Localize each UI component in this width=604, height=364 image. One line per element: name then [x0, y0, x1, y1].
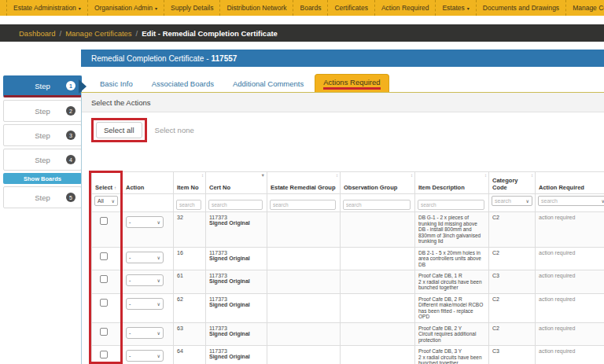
menu-label: Documents and Drawings [483, 4, 559, 12]
breadcrumb-link-manage-certificates[interactable]: Manage Certificates [65, 29, 131, 38]
column-header-item-description[interactable]: Item Description↕ [415, 172, 489, 194]
tab-actions-required[interactable]: Actions Required [315, 74, 389, 92]
cert-no-cell: 117373Signed Original [206, 322, 267, 346]
menu-item-supply-details[interactable]: Supply Details [164, 0, 220, 16]
item-no-search-input[interactable] [176, 200, 201, 210]
menu-label: Action Required [381, 4, 429, 12]
menu-label: Estates [442, 4, 464, 12]
column-header-action-required[interactable]: Action Required↕ [536, 172, 604, 194]
menu-item-action-required[interactable]: Action Required [375, 0, 436, 16]
menu-item-estates[interactable]: Estates▾ [436, 0, 476, 16]
category-code-filter-dropdown[interactable]: search∨ [492, 196, 532, 206]
item-no-cell: 32 [174, 212, 206, 248]
estate-remedial-group-search-input[interactable] [270, 200, 336, 210]
action-dropdown[interactable]: -∨ [126, 350, 164, 362]
table-row: -∨ 63 117373Signed Original Proof Cafe D… [92, 322, 604, 346]
panel-body: Select all Select none Select↑ Action It… [82, 112, 604, 364]
menu-item-manage-compliance[interactable]: Manage Compliance▾ [566, 0, 604, 16]
tab-additional-comments[interactable]: Additional Comments [225, 75, 311, 92]
row-select-checkbox[interactable] [100, 217, 108, 225]
estate-remedial-group-cell [267, 270, 341, 294]
sidebar-step-5[interactable]: Step 5 [3, 186, 82, 208]
certificate-title-bar: Remedial Completion Certificate -117557 [81, 50, 604, 67]
column-header-estate-remedial-group[interactable]: Estate Remedial Group↕ [267, 172, 341, 194]
breadcrumb-separator: / [136, 29, 138, 38]
menu-label: Certificates [334, 4, 368, 12]
item-description-search-input[interactable] [418, 200, 484, 210]
tab-basic-info[interactable]: Basic Info [92, 75, 141, 92]
sort-up-icon: ↑ [114, 186, 116, 190]
cert-no-cell: 117373Signed Original [206, 212, 267, 248]
action-dropdown[interactable]: -∨ [126, 252, 164, 263]
observation-group-cell [341, 270, 415, 294]
category-code-cell: C2 [489, 322, 536, 346]
breadcrumb-separator: / [59, 29, 61, 38]
tab-bar: Basic Info Associated Boards Additional … [81, 75, 604, 93]
menu-item-organisation-admin[interactable]: Organisation Admin▾ [88, 0, 164, 16]
breadcrumb: Dashboard / Manage Certificates / Edit -… [0, 24, 604, 42]
menu-item-documents-and-drawings[interactable]: Documents and Drawings [477, 0, 566, 16]
sidebar-step-2[interactable]: Step 2 [3, 100, 82, 122]
row-select-checkbox[interactable] [100, 252, 108, 260]
column-header-observation-group[interactable]: Observation Group↕ [341, 172, 415, 194]
table-row: -∨ 32 117373Signed Original DB G-1 - 2 x… [92, 212, 604, 248]
action-dropdown[interactable]: -∨ [126, 298, 164, 310]
observation-group-cell [341, 212, 415, 248]
item-description-cell: Proof Cafe DB, 1 R 2 x radial circuits h… [415, 270, 489, 294]
item-description-cell: DB G-1 - 2 x pieces of trunking lid miss… [415, 212, 489, 248]
column-header-item-no[interactable]: Item No↕ [174, 172, 206, 194]
table-row: -∨ 62 117373Signed Original Proof Cafe D… [92, 293, 604, 322]
action-required-cell: action required [536, 346, 604, 364]
column-header-category-code[interactable]: Category Code↕ [489, 172, 536, 194]
menu-label: Supply Details [171, 4, 213, 12]
sort-icon: ↕ [201, 173, 204, 178]
action-required-cell: action required [536, 247, 604, 270]
step-number-badge: 3 [66, 131, 76, 140]
category-code-cell: C2 [489, 293, 536, 322]
menu-item-estate-administration[interactable]: Estate Administration▾ [6, 0, 88, 16]
table-filter-row: All∨ search∨ search∨ [92, 194, 604, 212]
select-none-button[interactable]: Select none [155, 126, 194, 134]
tab-label: Actions Required [323, 78, 380, 86]
observation-group-cell [341, 346, 415, 364]
step-number-badge: 2 [66, 106, 76, 116]
step-sidebar: Step 1 Step 2 Step 3 Step 4 Show Boards … [3, 75, 82, 211]
certificate-id: 117557 [212, 54, 238, 63]
menu-label: Organisation Admin [94, 4, 153, 12]
item-description-cell: DB 2-1 - 5 x 20mm holes in area controll… [415, 247, 489, 270]
estate-remedial-group-cell [267, 293, 341, 322]
action-dropdown[interactable]: -∨ [126, 274, 164, 286]
observation-group-search-input[interactable] [343, 200, 411, 210]
action-required-cell: action required [536, 270, 604, 294]
sidebar-step-1[interactable]: Step 1 [3, 75, 82, 97]
sidebar-step-3[interactable]: Step 3 [3, 124, 82, 146]
annotation-underline [323, 87, 380, 90]
column-header-select[interactable]: Select↑ [92, 172, 123, 194]
actions-table: Select↑ Action Item No↕ Cert No▼ Estate … [91, 171, 604, 364]
column-header-cert-no[interactable]: Cert No▼ [206, 172, 267, 194]
tab-associated-boards[interactable]: Associated Boards [144, 75, 222, 92]
show-boards-button[interactable]: Show Boards [3, 173, 82, 184]
menu-item-boards[interactable]: Boards [293, 0, 328, 16]
menu-item-distribution-network[interactable]: Distribution Network [220, 0, 293, 16]
cert-no-search-input[interactable] [208, 200, 263, 210]
select-all-button[interactable]: Select all [96, 122, 142, 138]
row-select-checkbox[interactable] [100, 351, 108, 358]
select-filter-dropdown[interactable]: All∨ [94, 196, 118, 206]
sort-icon: ↕ [411, 173, 413, 178]
action-dropdown[interactable]: -∨ [126, 327, 164, 339]
annotation-box-select-all: Select all [91, 118, 147, 142]
action-dropdown[interactable]: -∨ [126, 216, 164, 228]
sidebar-step-4[interactable]: Step 4 [3, 149, 82, 171]
row-select-checkbox[interactable] [100, 328, 108, 336]
breadcrumb-link-dashboard[interactable]: Dashboard [19, 29, 55, 38]
chevron-down-icon: ∨ [157, 353, 160, 358]
step-label: Step [35, 156, 50, 164]
row-select-checkbox[interactable] [100, 299, 108, 307]
menu-item-certificates[interactable]: Certificates [328, 0, 375, 16]
caret-down-icon: ▾ [79, 6, 81, 11]
action-required-cell: action required [536, 293, 604, 322]
action-required-filter-dropdown[interactable]: search∨ [538, 196, 604, 206]
menu-label: Estate Administration [13, 4, 76, 12]
row-select-checkbox[interactable] [100, 275, 108, 283]
